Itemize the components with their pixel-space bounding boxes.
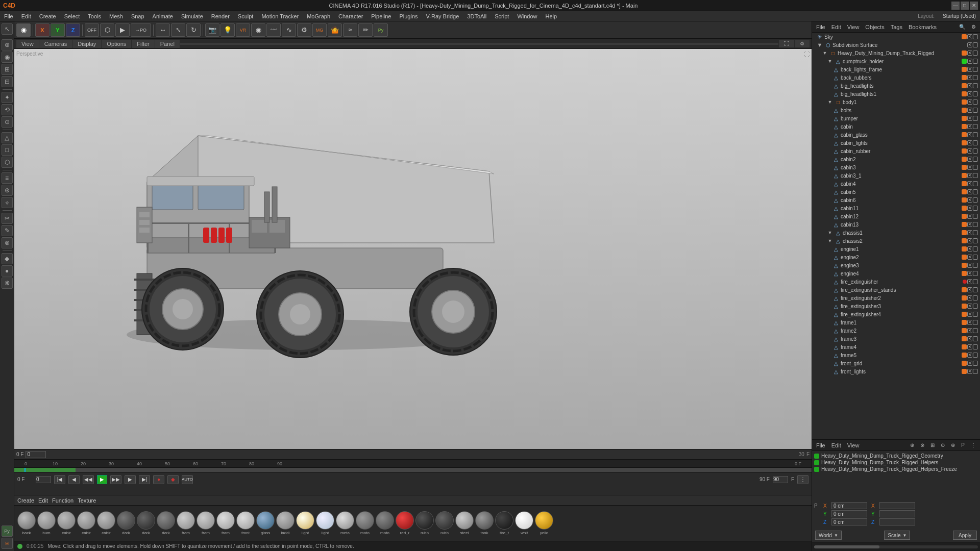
obj-cabin-rubber[interactable]: △ cabin_rubber ✕ <box>812 147 980 155</box>
obj-cabin4[interactable]: △cabin4✕ <box>812 180 980 188</box>
play-btn[interactable]: ▶ <box>97 475 107 484</box>
obj-cabin3[interactable]: △cabin3✕ <box>812 163 980 171</box>
obj-chassis1[interactable]: ▼△chassis1✕ <box>812 229 980 237</box>
attr-edit-menu[interactable]: Edit <box>829 442 843 448</box>
menu-vray[interactable]: V-Ray Bridge <box>422 11 463 21</box>
obj-frame4[interactable]: △frame4✕ <box>812 343 980 351</box>
obj-engine4[interactable]: △engine4✕ <box>812 269 980 278</box>
render-active-btn[interactable]: ▶ <box>115 23 130 37</box>
obj-cabin3-1[interactable]: △cabin3_1✕ <box>812 171 980 180</box>
menu-window[interactable]: Window <box>513 11 541 21</box>
material-cabin[interactable]: cabir <box>57 511 76 535</box>
obj-engine2[interactable]: △engine2✕ <box>812 253 980 261</box>
timeline-track[interactable] <box>14 468 812 472</box>
viewport-expand-btn[interactable]: ⛶ <box>779 40 794 47</box>
obj-chassis2[interactable]: ▼△chassis2✕ <box>812 237 980 245</box>
apply-button[interactable]: Apply <box>953 531 977 540</box>
material-steel[interactable]: steel <box>455 511 474 535</box>
obj-view-menu[interactable]: View <box>845 24 862 30</box>
character-btn[interactable]: 🤷 <box>328 23 342 37</box>
obj-back-lights-frame[interactable]: △ back_lights_frame ✕ <box>812 65 980 73</box>
material-fram3[interactable]: fram <box>216 511 235 535</box>
obj-bookmarks-menu[interactable]: Bookmarks <box>906 24 939 30</box>
mat-create-menu[interactable]: Create <box>17 497 34 504</box>
world-dropdown[interactable]: World ▼ <box>815 531 842 540</box>
obj-cabin11[interactable]: △cabin11✕ <box>812 204 980 212</box>
material-btn[interactable]: ◉ <box>251 23 265 37</box>
go-to-end-btn[interactable]: ▶| <box>139 475 150 484</box>
tool-7[interactable]: ⟲ <box>2 104 13 115</box>
material-cabin3[interactable]: cabir <box>97 511 115 535</box>
filter-tab[interactable]: Filter <box>132 40 154 48</box>
material-rubb1[interactable]: rubb <box>415 511 434 535</box>
tool-9[interactable]: △ <box>2 132 13 143</box>
obj-tags-menu[interactable]: Tags <box>889 24 904 30</box>
attr-file-menu[interactable]: File <box>814 442 827 448</box>
python-icon[interactable]: Py <box>2 525 13 537</box>
viewport[interactable]: Perspective ⛶ <box>14 49 812 449</box>
obj-frame1[interactable]: △frame1✕ <box>812 318 980 327</box>
obj-frame3[interactable]: △frame3✕ <box>812 335 980 343</box>
tool-3[interactable]: ◉ <box>2 52 13 63</box>
obj-fire-ext3[interactable]: △fire_extinguisher3✕ <box>812 302 980 310</box>
light-btn[interactable]: 💡 <box>220 23 235 37</box>
obj-frame2[interactable]: △frame2✕ <box>812 327 980 335</box>
obj-engine1[interactable]: △engine1✕ <box>812 245 980 253</box>
obj-cabin5[interactable]: △cabin5✕ <box>812 188 980 196</box>
material-laddi[interactable]: laddi <box>276 511 295 535</box>
menu-help[interactable]: Help <box>542 11 561 21</box>
attr-icon3[interactable]: ⊞ <box>928 442 937 448</box>
material-cabin2[interactable]: cabir <box>77 511 95 535</box>
xyz-y-btn[interactable]: Y <box>51 23 65 37</box>
obj-fire-ext-stands[interactable]: △fire_extinguisher_stands✕ <box>812 286 980 294</box>
obj-settings-icon[interactable]: ⚙ <box>969 24 978 30</box>
menu-script[interactable]: Script <box>491 11 513 21</box>
viewport-top-right[interactable]: ⛶ <box>804 51 810 57</box>
spline-btn[interactable]: ∿ <box>282 23 296 37</box>
material-fram2[interactable]: fram <box>197 511 215 535</box>
panel-tab[interactable]: Panel <box>155 40 180 48</box>
rotate-btn[interactable]: ↻ <box>186 23 201 37</box>
mat-function-menu[interactable]: Function <box>52 497 74 504</box>
attr-icon4[interactable]: ⊙ <box>939 442 947 448</box>
attr-icon1[interactable]: ⊕ <box>908 442 916 448</box>
attr-icon6[interactable]: P <box>959 442 967 448</box>
menu-simulate[interactable]: Simulate <box>177 11 207 21</box>
material-meta[interactable]: meta <box>336 511 354 535</box>
menu-mograph[interactable]: MoGraph <box>303 11 334 21</box>
minimize-button[interactable]: — <box>951 2 960 10</box>
tool-2[interactable]: ⊕ <box>2 39 13 51</box>
obj-big-headlights1[interactable]: △ big_headlights1 ✕ <box>812 90 980 98</box>
menu-3dtoall[interactable]: 3DToAll <box>463 11 491 21</box>
menu-pipeline[interactable]: Pipeline <box>367 11 395 21</box>
tool-18[interactable]: ◆ <box>2 253 13 264</box>
python-tb-btn[interactable]: Py <box>374 23 388 37</box>
obj-bumper[interactable]: △ bumper ✕ <box>812 114 980 122</box>
frame-start-input[interactable] <box>36 476 51 483</box>
material-red[interactable]: red_r <box>396 511 414 535</box>
tool-19[interactable]: ● <box>2 265 13 277</box>
generator-btn[interactable]: ⚙ <box>297 23 311 37</box>
obj-bolts[interactable]: △ bolts ✕ <box>812 106 980 114</box>
render-region-btn[interactable]: ⬡ <box>100 23 114 37</box>
record-keyframe-btn[interactable]: ◆ <box>167 475 179 484</box>
deformer-btn[interactable]: 〰 <box>266 23 281 37</box>
scale-btn[interactable]: ⤡ <box>171 23 185 37</box>
tool-16[interactable]: ✎ <box>2 225 13 236</box>
maximize-button[interactable]: □ <box>961 2 969 10</box>
tool-8[interactable]: ⊙ <box>2 116 13 128</box>
obj-subdivision-surface[interactable]: ▼ ⬡ Subdivision Surface ✕ <box>812 41 980 49</box>
material-light2[interactable]: light <box>316 511 334 535</box>
material-back[interactable]: back <box>17 511 36 535</box>
maxon-icon[interactable]: M <box>2 538 13 549</box>
menu-render[interactable]: Render <box>207 11 234 21</box>
menu-edit[interactable]: Edit <box>17 11 35 21</box>
mat-texture-menu[interactable]: Texture <box>78 497 96 504</box>
attr-view-menu[interactable]: View <box>845 442 862 448</box>
menu-plugins[interactable]: Plugins <box>395 11 422 21</box>
obj-cabin13[interactable]: △cabin13✕ <box>812 220 980 229</box>
obj-engine3[interactable]: △engine3✕ <box>812 261 980 269</box>
obj-fire-ext2[interactable]: △fire_extinguisher2✕ <box>812 294 980 302</box>
tool-5[interactable]: ⊟ <box>2 76 13 87</box>
menu-file[interactable]: File <box>0 11 17 21</box>
